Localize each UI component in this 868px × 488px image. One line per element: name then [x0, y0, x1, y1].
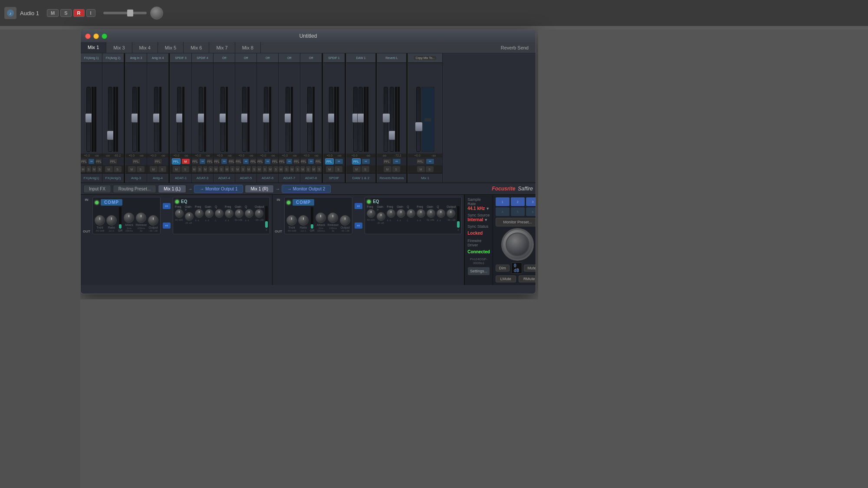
- link-btn[interactable]: ⇔: [286, 158, 293, 164]
- link-btn[interactable]: ⇔: [199, 158, 206, 164]
- ratio-knob-2[interactable]: [298, 215, 309, 226]
- link-button-1[interactable]: ⇔: [163, 203, 171, 209]
- preset-btn-5[interactable]: 5: [511, 207, 525, 216]
- pfl-btn2[interactable]: PFL: [250, 158, 256, 164]
- pfl-btn[interactable]: PFL: [214, 158, 220, 164]
- output-knob-2[interactable]: [340, 215, 350, 226]
- m-btn2[interactable]: M: [225, 166, 230, 172]
- pfl-btn[interactable]: PFL: [383, 158, 391, 164]
- fader-track-r[interactable]: [358, 87, 363, 152]
- fader-track[interactable]: [286, 87, 290, 152]
- mute-button[interactable]: Mute: [524, 265, 536, 272]
- preset-btn-4[interactable]: 4: [496, 207, 510, 216]
- m-btn[interactable]: M: [81, 166, 85, 172]
- tab-mix3[interactable]: Mix 4: [132, 42, 158, 53]
- m-btn[interactable]: M: [173, 166, 181, 172]
- fader-track[interactable]: [384, 87, 388, 152]
- tab-mix1-r[interactable]: Mix 1 (R): [245, 185, 274, 193]
- m-btn[interactable]: M: [353, 166, 361, 172]
- pfl-btn2[interactable]: PFL: [95, 158, 102, 164]
- pfl-btn2[interactable]: PFL: [207, 158, 213, 164]
- m-btn[interactable]: M: [417, 166, 425, 172]
- threshold-knob[interactable]: [95, 215, 105, 226]
- close-button[interactable]: [85, 33, 91, 39]
- fader-track[interactable]: [177, 87, 181, 152]
- m-btn[interactable]: M: [384, 166, 391, 172]
- m-btn[interactable]: M: [105, 166, 113, 172]
- fader-track[interactable]: [108, 87, 112, 152]
- s-btn[interactable]: S: [392, 166, 400, 172]
- tab-monitor-out1[interactable]: → Monitor Output 1: [194, 185, 243, 193]
- eq-power-btn[interactable]: [175, 200, 179, 204]
- pfl-btn[interactable]: PFL: [325, 158, 334, 164]
- tab-mix4[interactable]: Mix 5: [158, 42, 184, 53]
- s-btn[interactable]: S: [114, 166, 122, 172]
- m-btn2[interactable]: M: [312, 166, 316, 172]
- eq2-gain-knob-3[interactable]: [427, 209, 435, 218]
- pfl-btn[interactable]: PFL: [235, 158, 242, 164]
- eq2-gain-knob-2[interactable]: [397, 209, 405, 218]
- fader-track[interactable]: [329, 87, 333, 152]
- m-btn[interactable]: M: [300, 166, 305, 172]
- sample-rate-dropdown[interactable]: ▼: [486, 206, 490, 211]
- threshold-knob-2[interactable]: [286, 215, 297, 226]
- m-btn[interactable]: M: [214, 166, 218, 172]
- attack-knob[interactable]: [124, 213, 134, 223]
- link-button-3[interactable]: ⇔: [355, 203, 362, 209]
- s-btn2[interactable]: S: [273, 166, 278, 172]
- eq2-freq-knob-3[interactable]: [417, 209, 425, 218]
- link-btn[interactable]: ⇔: [392, 158, 401, 164]
- pfl-btn2[interactable]: PFL: [272, 158, 278, 164]
- s-btn2[interactable]: S: [317, 166, 322, 172]
- s-btn[interactable]: S: [263, 166, 267, 172]
- eq-gain-knob-2[interactable]: [205, 209, 214, 218]
- s-btn[interactable]: S: [362, 166, 369, 172]
- pfl-btn[interactable]: PFL: [192, 158, 198, 164]
- m-btn2[interactable]: M: [247, 166, 251, 172]
- m-btn[interactable]: M: [192, 166, 197, 172]
- m-btn[interactable]: M: [326, 166, 334, 172]
- s-btn2[interactable]: S: [295, 166, 300, 172]
- pfl-btn[interactable]: PFL: [172, 158, 181, 164]
- minimize-button[interactable]: [93, 33, 99, 39]
- fader-track[interactable]: [264, 87, 268, 152]
- preset-btn-3[interactable]: 3: [526, 197, 536, 206]
- s-button[interactable]: S: [60, 9, 71, 17]
- link-btn[interactable]: ⇔: [308, 158, 314, 164]
- l-mute-button[interactable]: LMute: [496, 275, 516, 282]
- tab-mix5[interactable]: Mix 6: [184, 42, 209, 53]
- eq-output-knob[interactable]: [255, 209, 263, 218]
- monitor-preset-button[interactable]: Monitor Preset...: [496, 218, 536, 226]
- volume-fader[interactable]: [103, 12, 147, 14]
- tab-mix1[interactable]: Mix 1: [81, 42, 106, 53]
- fader-track[interactable]: [416, 87, 421, 152]
- r-button[interactable]: R: [73, 9, 85, 17]
- m-active-btn[interactable]: M: [181, 158, 190, 164]
- s-btn2[interactable]: S: [97, 166, 102, 172]
- tab-monitor-out2[interactable]: → Monitor Output 2: [282, 185, 331, 193]
- m-btn[interactable]: M: [257, 166, 262, 172]
- link-btn[interactable]: ⇔: [221, 158, 227, 164]
- i-button[interactable]: I: [86, 9, 95, 17]
- fader-track[interactable]: [220, 87, 225, 152]
- link-btn[interactable]: ⇔: [88, 158, 95, 164]
- maximize-button[interactable]: [102, 33, 107, 39]
- pfl-btn[interactable]: PFL: [300, 158, 307, 164]
- monitor-volume-knob[interactable]: [501, 228, 534, 261]
- release-knob-2[interactable]: [328, 213, 338, 223]
- link-button-2[interactable]: ⇔: [163, 223, 171, 229]
- s-btn[interactable]: S: [335, 166, 342, 172]
- eq-power-btn-2[interactable]: [367, 200, 371, 204]
- pfl-btn2[interactable]: PFL: [293, 158, 300, 164]
- release-knob[interactable]: [136, 213, 146, 223]
- m-btn[interactable]: M: [279, 166, 283, 172]
- preset-btn-2[interactable]: 2: [511, 197, 525, 206]
- preset-btn-1[interactable]: 1: [496, 197, 510, 206]
- m-button[interactable]: M: [47, 9, 59, 17]
- tab-mix2[interactable]: Mix 3: [106, 42, 132, 53]
- link-btn[interactable]: ⇔: [426, 158, 434, 164]
- pan-knob[interactable]: [150, 7, 163, 20]
- fader-track[interactable]: [199, 87, 203, 152]
- link-button-4[interactable]: ⇔: [355, 223, 362, 229]
- tab-mix7[interactable]: Mix 8: [235, 42, 261, 53]
